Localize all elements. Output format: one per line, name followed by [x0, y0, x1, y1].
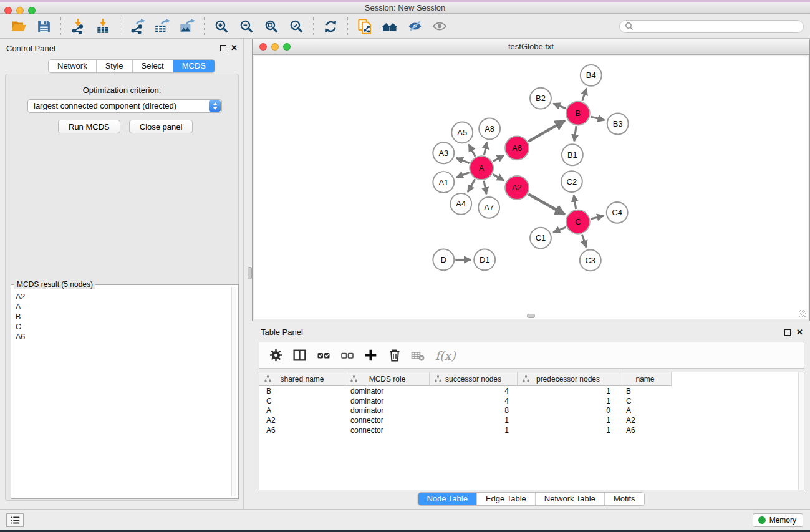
graph-edge-A-A4[interactable]	[468, 179, 475, 192]
graph-node-A6[interactable]: A6	[505, 136, 529, 160]
mcds-result-item[interactable]: B	[13, 312, 231, 322]
import-table-button[interactable]	[90, 16, 115, 37]
memory-button[interactable]: Memory	[753, 513, 803, 527]
graph-node-A[interactable]: A	[470, 156, 493, 180]
graph-node-B4[interactable]: B4	[581, 65, 602, 86]
delete-columns-button[interactable]	[385, 346, 403, 365]
close-panel-icon[interactable]: ✕	[231, 44, 238, 51]
tab-select[interactable]: Select	[133, 60, 173, 72]
deselect-all-button[interactable]	[338, 346, 356, 365]
refresh-button[interactable]	[318, 16, 343, 37]
table-row[interactable]: Cdominator41C	[259, 396, 804, 406]
search-input[interactable]	[634, 22, 798, 31]
apply-function-button[interactable]: f(x)	[435, 349, 456, 362]
delete-table-button[interactable]	[409, 346, 427, 365]
column-header-MCDS-role[interactable]: MCDS role	[345, 372, 430, 386]
mcds-result-item[interactable]: A2	[13, 292, 231, 302]
close-window-button[interactable]	[4, 7, 12, 14]
graph-edge-B-B3[interactable]	[591, 117, 604, 120]
search-box[interactable]	[619, 20, 804, 33]
tab-network[interactable]: Network	[49, 60, 97, 72]
graph-edge-A-A1[interactable]	[456, 173, 470, 178]
graph-edge-B-B1[interactable]	[574, 126, 576, 141]
network-minimize-button[interactable]	[271, 43, 279, 51]
task-history-button[interactable]	[6, 513, 24, 527]
open-session-button[interactable]	[6, 16, 31, 37]
graph-node-B2[interactable]: B2	[530, 88, 551, 109]
network-zoom-button[interactable]	[283, 43, 291, 51]
home-view-button[interactable]	[377, 16, 402, 37]
graph-edge-A6-B[interactable]	[528, 120, 565, 142]
column-header-name[interactable]: name	[619, 372, 672, 386]
graph-node-C2[interactable]: C2	[561, 171, 582, 192]
graph-node-D[interactable]: D	[433, 249, 454, 271]
save-session-button[interactable]	[31, 16, 56, 37]
zoom-out-button[interactable]	[234, 16, 259, 37]
graph-edge-C-C3[interactable]	[582, 235, 586, 248]
export-image-button[interactable]	[175, 16, 200, 37]
criterion-dropdown[interactable]: largest connected component (directed)	[27, 99, 222, 113]
graph-node-A5[interactable]: A5	[451, 122, 473, 143]
close-panel-button[interactable]: Close panel	[129, 120, 193, 133]
tab-edge-table[interactable]: Edge Table	[477, 493, 536, 505]
table-scrollbar[interactable]	[798, 372, 804, 490]
graph-edge-B-B4[interactable]	[582, 89, 587, 101]
tab-motifs[interactable]: Motifs	[605, 493, 644, 505]
graph-node-C3[interactable]: C3	[580, 250, 601, 271]
graph-node-B3[interactable]: B3	[607, 114, 629, 135]
zoom-in-button[interactable]	[209, 16, 234, 37]
left-scrollbar-thumb[interactable]	[248, 267, 252, 279]
column-header-predecessor-nodes[interactable]: predecessor nodes	[518, 372, 619, 386]
graph-edge-A-A5[interactable]	[469, 145, 475, 157]
select-all-button[interactable]	[314, 346, 332, 365]
graph-node-B[interactable]: B	[566, 102, 590, 125]
graph-node-A4[interactable]: A4	[450, 193, 471, 215]
create-column-button[interactable]	[362, 346, 380, 365]
graph-edge-A-A2[interactable]	[493, 174, 504, 180]
zoom-fit-button[interactable]	[259, 16, 284, 37]
graph-node-A7[interactable]: A7	[478, 197, 499, 218]
export-network-button[interactable]	[125, 16, 150, 37]
graph-node-A8[interactable]: A8	[479, 118, 500, 140]
show-details-button[interactable]	[427, 16, 452, 37]
mcds-result-item[interactable]: A	[13, 302, 231, 312]
tab-style[interactable]: Style	[97, 60, 133, 72]
graph-edge-C-C4[interactable]	[591, 216, 604, 219]
graph-edge-A-A6[interactable]	[493, 155, 504, 162]
column-header-shared-name[interactable]: shared name	[259, 372, 345, 386]
tab-network-table[interactable]: Network Table	[536, 493, 605, 505]
graph-node-C4[interactable]: C4	[607, 202, 628, 223]
import-network-button[interactable]	[65, 16, 90, 37]
zoom-window-button[interactable]	[28, 7, 36, 14]
tab-mcds[interactable]: MCDS	[173, 60, 215, 72]
graph-edge-C-C2[interactable]	[574, 195, 576, 209]
zoom-selected-button[interactable]	[284, 16, 309, 37]
mcds-result-item[interactable]: C	[13, 322, 231, 332]
graph-edge-B-B2[interactable]	[553, 104, 566, 109]
run-mcds-button[interactable]: Run MCDS	[58, 120, 120, 133]
table-settings-button[interactable]	[267, 346, 285, 365]
graph-node-C[interactable]: C	[566, 210, 590, 234]
graph-edge-A-A8[interactable]	[484, 142, 486, 155]
graph-edge-A-A3[interactable]	[456, 158, 470, 163]
table-row[interactable]: Bdominator41B	[259, 386, 804, 396]
network-snapshot-button[interactable]	[352, 16, 377, 37]
graph-node-D1[interactable]: D1	[474, 249, 495, 271]
graph-node-A3[interactable]: A3	[433, 142, 454, 163]
resize-grip[interactable]	[799, 310, 806, 317]
bottom-scrollbar-thumb[interactable]	[527, 314, 535, 318]
result-scrollbar[interactable]	[231, 287, 236, 496]
table-close-icon[interactable]: ✕	[796, 329, 803, 336]
export-table-button[interactable]	[150, 16, 175, 37]
graph-edge-A2-C[interactable]	[528, 194, 565, 215]
graph-node-A2[interactable]: A2	[505, 176, 529, 200]
show-columns-button[interactable]	[291, 346, 309, 365]
column-header-successor-nodes[interactable]: successor nodes	[430, 372, 518, 386]
network-canvas[interactable]: B4B2BB3A5A8A6A3AB1A1C2A2A4A7C4CC1C3DD1	[254, 56, 808, 319]
tab-node-table[interactable]: Node Table	[418, 493, 477, 505]
graph-node-C1[interactable]: C1	[530, 228, 551, 249]
table-row[interactable]: Adominator80A	[259, 406, 804, 416]
minimize-window-button[interactable]	[16, 7, 24, 14]
table-row[interactable]: A2connector11A2	[259, 415, 804, 425]
graph-node-B1[interactable]: B1	[562, 144, 583, 165]
